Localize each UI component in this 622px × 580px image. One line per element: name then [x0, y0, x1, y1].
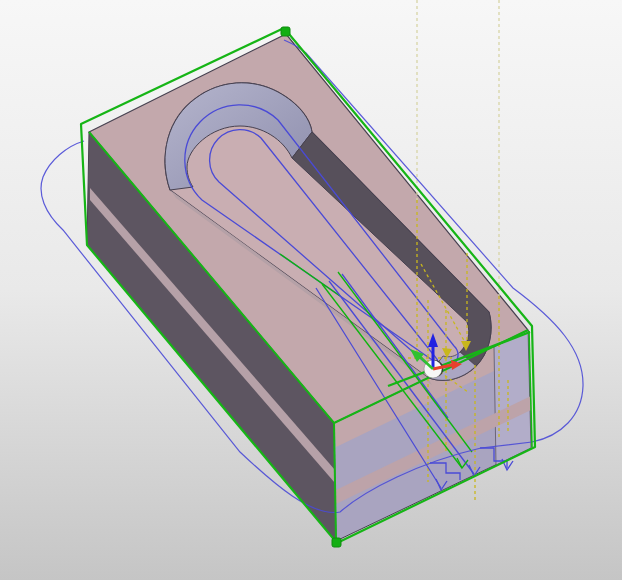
top-corner-vertex-dot[interactable] — [281, 27, 290, 36]
viewport-canvas[interactable] — [0, 0, 622, 580]
bottom-corner-vertex-dot[interactable] — [332, 538, 341, 547]
cad-3d-viewport[interactable] — [0, 0, 622, 580]
